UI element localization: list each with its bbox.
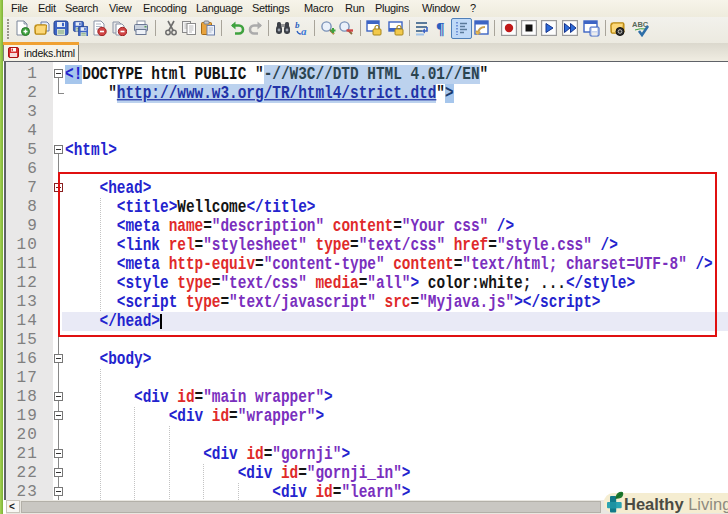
svg-text:¶: ¶: [436, 20, 445, 37]
svg-text:a: a: [301, 25, 307, 36]
svg-text:b: b: [295, 20, 300, 30]
